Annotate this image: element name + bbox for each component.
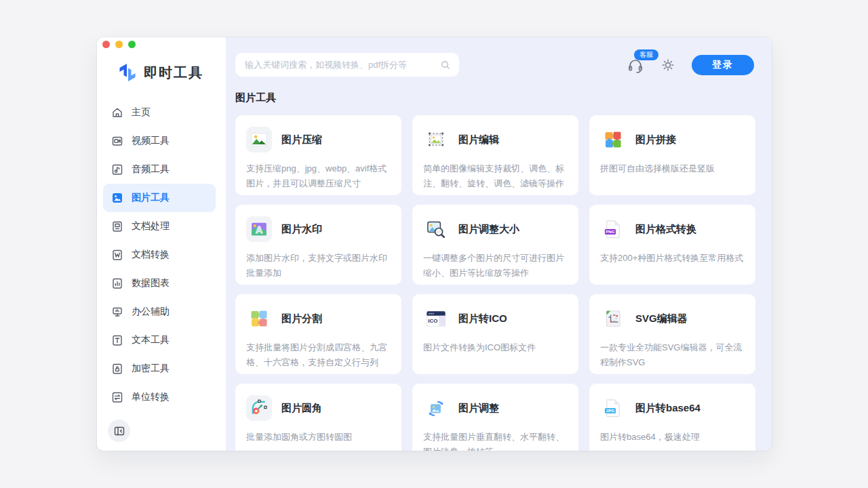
doc-convert-icon bbox=[111, 249, 123, 261]
tool-card-desc: 支持批量图片垂直翻转、水平翻转、图片镜像、旋转等 bbox=[423, 430, 568, 451]
data-chart-icon bbox=[111, 277, 123, 289]
tool-card-image-adjust[interactable]: 图片调整 支持批量图片垂直翻转、水平翻转、图片镜像、旋转等 bbox=[412, 384, 578, 451]
tool-card-image-resize[interactable]: 图片调整大小 一键调整多个图片的尺寸可进行图片缩小、图片等比缩放等操作 bbox=[412, 205, 578, 285]
js-logo-icon bbox=[117, 62, 138, 83]
sidebar-item-label: 音频工具 bbox=[132, 163, 170, 176]
image-compress-icon bbox=[246, 127, 272, 152]
sidebar-item-label: 文档转换 bbox=[132, 249, 170, 261]
sidebar-item-home[interactable]: 主页 bbox=[103, 98, 216, 127]
tool-card-desc: 拼图可自由选择横版还是竖版 bbox=[600, 161, 745, 176]
tool-card-desc: 批量添加圆角或方图转圆图 bbox=[246, 430, 391, 445]
tool-card-image-split[interactable]: 图片分割 支持批量将图片分割成四宫格、九宫格、十六宫格，支持自定义行与列 bbox=[235, 294, 401, 374]
image-resize-icon bbox=[423, 216, 449, 242]
unit-convert-icon bbox=[111, 391, 123, 403]
tool-cards-grid: 图片压缩 支持压缩png、jpg、webp、avif格式图片，并且可以调整压缩尺… bbox=[235, 115, 755, 451]
tool-card-title: 图片调整大小 bbox=[458, 223, 519, 236]
encrypt-tools-icon bbox=[111, 363, 123, 375]
minimize-window-button[interactable] bbox=[115, 41, 123, 48]
ico-label: ICO bbox=[428, 318, 437, 324]
text-tools-icon bbox=[111, 334, 123, 346]
search-input[interactable] bbox=[245, 60, 435, 70]
support-button[interactable]: 客服 bbox=[627, 56, 646, 75]
brand-logo[interactable]: 即时工具 bbox=[117, 62, 203, 83]
sidebar-item-doc-process[interactable]: 文档处理 bbox=[103, 212, 216, 241]
tool-card-image-format-convert[interactable]: PNG 图片格式转换 支持200+种图片格式转换至常用格式 bbox=[589, 205, 755, 285]
tool-card-desc: 一款专业全功能SVG编辑器，可全流程制作SVG bbox=[600, 340, 745, 370]
tool-card-desc: 支持200+种图片格式转换至常用格式 bbox=[600, 251, 745, 266]
sidebar-item-office-assist[interactable]: 办公辅助 bbox=[103, 298, 216, 326]
gear-icon bbox=[660, 58, 675, 73]
tool-card-title: 图片转ICO bbox=[458, 312, 507, 325]
support-badge: 客服 bbox=[634, 49, 658, 60]
image-to-ico-icon: ICO bbox=[423, 306, 449, 331]
svg-editor-icon bbox=[600, 306, 626, 331]
home-icon bbox=[111, 106, 123, 119]
sidebar-item-encrypt-tools[interactable]: 加密工具 bbox=[103, 354, 216, 383]
tool-card-image-stitch[interactable]: 图片拼接 拼图可自由选择横版还是竖版 bbox=[589, 115, 755, 195]
sidebar-item-label: 单位转换 bbox=[132, 391, 170, 403]
doc-process-icon bbox=[111, 220, 123, 232]
tool-card-svg-editor[interactable]: SVG编辑器 一款专业全功能SVG编辑器，可全流程制作SVG bbox=[589, 294, 755, 374]
window-controls bbox=[102, 41, 136, 48]
office-assist-icon bbox=[111, 306, 123, 318]
settings-button[interactable] bbox=[660, 58, 675, 73]
video-tools-icon bbox=[111, 135, 123, 147]
app-window: 即时工具 主页 视频工具 音频工具 bbox=[97, 37, 772, 451]
sidebar-item-doc-convert[interactable]: 文档转换 bbox=[103, 241, 216, 269]
sidebar-collapse-button[interactable] bbox=[108, 420, 130, 442]
image-tools-icon bbox=[111, 192, 123, 204]
tool-card-image-round-corner[interactable]: 图片圆角 批量添加圆角或方图转圆图 bbox=[235, 384, 401, 451]
image-split-icon bbox=[246, 306, 272, 331]
close-window-button[interactable] bbox=[102, 41, 110, 48]
image-stitch-icon bbox=[600, 127, 626, 152]
search-box[interactable] bbox=[235, 53, 459, 77]
tool-card-title: 图片压缩 bbox=[281, 134, 322, 146]
tool-card-desc: 简单的图像编辑支持裁切、调色、标注、翻转、旋转、调色、滤镜等操作 bbox=[423, 161, 568, 191]
sidebar-item-data-chart[interactable]: 数据图表 bbox=[103, 269, 216, 298]
image-watermark-icon: A bbox=[246, 216, 272, 242]
sidebar-item-text-tools[interactable]: 文本工具 bbox=[103, 326, 216, 354]
search-icon[interactable] bbox=[440, 60, 451, 70]
tool-card-desc: 添加图片水印，支持文字或图片水印批量添加 bbox=[246, 251, 391, 281]
svg-text:A: A bbox=[256, 224, 262, 235]
tool-card-title: 图片格式转换 bbox=[635, 223, 696, 236]
image-format-convert-icon: PNG bbox=[600, 216, 626, 242]
sidebar-item-label: 文档处理 bbox=[132, 220, 170, 232]
tool-card-title: 图片拼接 bbox=[635, 134, 676, 146]
sidebar-item-video-tools[interactable]: 视频工具 bbox=[103, 127, 216, 155]
tool-card-title: 图片编辑 bbox=[458, 134, 499, 146]
sidebar-item-label: 加密工具 bbox=[132, 363, 170, 375]
topbar: 客服 登录 bbox=[235, 53, 754, 77]
tool-card-desc: 图片转base64，极速处理 bbox=[600, 430, 745, 445]
tool-card-desc: 图片文件转换为ICO图标文件 bbox=[423, 340, 568, 355]
brand-name: 即时工具 bbox=[144, 64, 203, 82]
login-button[interactable]: 登录 bbox=[692, 55, 754, 75]
tool-card-title: SVG编辑器 bbox=[635, 312, 688, 325]
sidebar-item-label: 办公辅助 bbox=[132, 306, 170, 318]
jpg-label: JPG bbox=[606, 408, 615, 413]
zoom-window-button[interactable] bbox=[128, 41, 136, 48]
sidebar: 即时工具 主页 视频工具 音频工具 bbox=[97, 37, 226, 451]
tool-card-image-to-base64[interactable]: JPG 图片转base64 图片转base64，极速处理 bbox=[589, 384, 755, 451]
sidebar-item-unit-convert[interactable]: 单位转换 bbox=[103, 383, 216, 411]
image-to-base64-icon: JPG bbox=[600, 395, 626, 421]
tool-card-desc: 支持压缩png、jpg、webp、avif格式图片，并且可以调整压缩尺寸 bbox=[246, 161, 391, 191]
tool-card-title: 图片水印 bbox=[281, 223, 322, 236]
main-content: 客服 登录 图片工具 图片压缩 支持压缩png、jpg、webp、avif格式图 bbox=[226, 37, 772, 451]
tool-card-image-edit[interactable]: 图片编辑 简单的图像编辑支持裁切、调色、标注、翻转、旋转、调色、滤镜等操作 bbox=[412, 115, 578, 195]
image-edit-icon bbox=[423, 127, 449, 152]
audio-tools-icon bbox=[111, 163, 123, 176]
sidebar-nav: 主页 视频工具 音频工具 图片工具 bbox=[103, 98, 216, 411]
tool-card-desc: 支持批量将图片分割成四宫格、九宫格、十六宫格，支持自定义行与列 bbox=[246, 340, 391, 370]
png-label: PNG bbox=[606, 229, 615, 234]
tool-card-title: 图片转base64 bbox=[635, 402, 701, 415]
image-round-corner-icon bbox=[246, 395, 272, 421]
sidebar-item-label: 视频工具 bbox=[132, 135, 170, 147]
sidebar-item-image-tools[interactable]: 图片工具 bbox=[103, 184, 216, 212]
tool-card-image-watermark[interactable]: A 图片水印 添加图片水印，支持文字或图片水印批量添加 bbox=[235, 205, 401, 285]
sidebar-item-label: 主页 bbox=[132, 106, 151, 119]
tool-card-image-compress[interactable]: 图片压缩 支持压缩png、jpg、webp、avif格式图片，并且可以调整压缩尺… bbox=[235, 115, 401, 195]
image-adjust-icon bbox=[423, 395, 449, 421]
sidebar-item-audio-tools[interactable]: 音频工具 bbox=[103, 155, 216, 184]
tool-card-image-to-ico[interactable]: ICO 图片转ICO 图片文件转换为ICO图标文件 bbox=[412, 294, 578, 374]
